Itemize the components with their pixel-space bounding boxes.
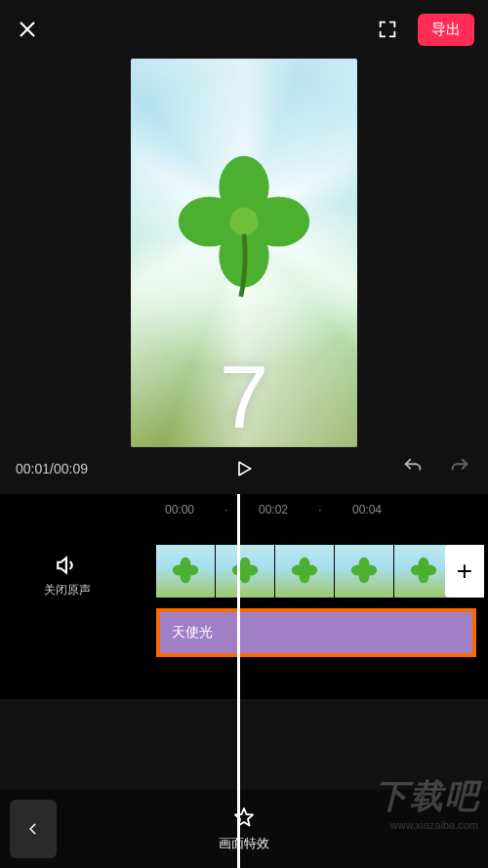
frame-thumb[interactable]	[275, 545, 334, 598]
frame-thumb[interactable]	[335, 545, 393, 598]
bottom-bar: 画面特效	[0, 790, 488, 868]
redo-icon[interactable]	[447, 456, 472, 481]
play-button[interactable]	[88, 459, 400, 478]
top-bar: 导出	[0, 0, 488, 59]
video-preview[interactable]: 7	[131, 59, 357, 447]
star-icon	[232, 806, 256, 829]
svg-point-11	[173, 565, 185, 576]
player-bar: 00:01/00:09	[0, 449, 488, 494]
frame-thumb[interactable]	[156, 545, 215, 598]
effect-track-highlight[interactable]: 天使光	[156, 608, 476, 657]
svg-point-6	[230, 208, 259, 236]
timeline[interactable]: 关闭原声 + 天使光	[0, 523, 488, 699]
svg-point-27	[411, 565, 424, 576]
top-right-controls: 导出	[375, 14, 474, 46]
ruler-tick: 00:00	[135, 503, 224, 517]
screen-effects-label: 画面特效	[219, 835, 269, 852]
ruler-tick: 00:02	[228, 503, 318, 517]
current-time: 00:01	[16, 461, 50, 476]
ruler-tick: 00:04	[322, 503, 412, 517]
mute-icon[interactable]	[0, 553, 135, 578]
add-clip-button[interactable]: +	[445, 545, 484, 598]
fullscreen-icon[interactable]	[375, 17, 400, 42]
undo-redo-group	[400, 456, 472, 481]
close-icon[interactable]	[14, 16, 41, 43]
export-button[interactable]: 导出	[418, 14, 474, 46]
playhead[interactable]	[237, 494, 240, 868]
effect-clip[interactable]: 天使光	[160, 612, 472, 653]
frame-thumb[interactable]	[216, 545, 274, 598]
time-display: 00:01/00:09	[16, 461, 88, 476]
video-track[interactable]	[156, 545, 454, 598]
mute-label: 关闭原声	[0, 582, 135, 599]
audio-column: 关闭原声	[0, 553, 135, 599]
svg-point-23	[351, 565, 364, 576]
svg-point-19	[292, 565, 305, 576]
overlay-number: 7	[220, 353, 268, 441]
time-ruler[interactable]: 00:00 · 00:02 · 00:04	[0, 494, 488, 523]
timeline-area: 00:00 · 00:02 · 00:04 关闭原声 + 天使光	[0, 494, 488, 699]
svg-marker-7	[239, 462, 251, 475]
back-button[interactable]	[10, 800, 57, 858]
frame-thumb[interactable]	[394, 545, 453, 598]
undo-icon[interactable]	[400, 456, 426, 481]
screen-effects-button[interactable]: 画面特效	[57, 806, 431, 852]
preview-area: 7	[0, 59, 488, 449]
total-time: 00:09	[54, 461, 88, 476]
effect-name: 天使光	[172, 624, 213, 641]
clover-graphic	[166, 144, 322, 300]
